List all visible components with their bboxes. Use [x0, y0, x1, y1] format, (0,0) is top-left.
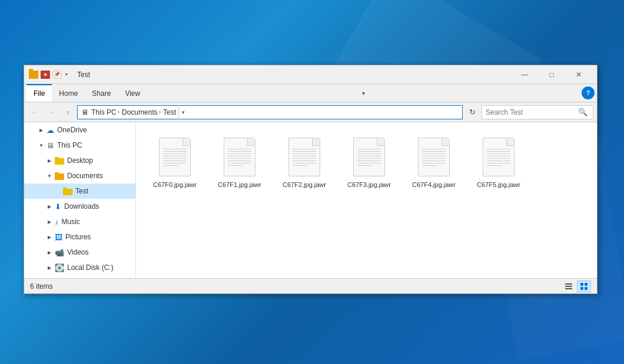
sidebar-item-videos[interactable]: ▶ 📹 Videos: [24, 245, 135, 260]
up-button[interactable]: ↑: [61, 105, 75, 119]
file-lines: [422, 149, 446, 168]
file-line: [487, 165, 502, 166]
file-page: [483, 138, 515, 176]
search-box: 🔍: [482, 105, 593, 119]
file-line: [228, 153, 251, 154]
sidebar-item-pictures[interactable]: ▶ 🖼 Pictures: [24, 229, 135, 245]
file-line: [422, 149, 446, 149]
file-line: [293, 149, 316, 149]
svg-rect-5: [580, 287, 583, 290]
file-icon: [222, 136, 257, 178]
file-line: [357, 165, 373, 166]
file-item-1[interactable]: C67F1.jpg.jawr: [210, 132, 269, 193]
expand-onedrive-icon: ▶: [37, 126, 45, 134]
expand-documents-icon: ▼: [45, 172, 54, 180]
file-line: [228, 161, 251, 161]
expand-downloads-icon: ▶: [45, 202, 54, 211]
expand-disk-icon: ▶: [45, 263, 54, 272]
file-line: [422, 161, 446, 161]
sidebar-item-onedrive[interactable]: ▶ ☁ OneDrive: [24, 122, 135, 138]
quick-access-icon: ◈: [41, 71, 50, 79]
file-item-0[interactable]: C67F0.jpg.jawr: [145, 132, 204, 193]
sidebar-item-downloads[interactable]: ▶ ⬇ Downloads: [24, 199, 135, 214]
file-lines: [228, 149, 251, 168]
address-path[interactable]: 🖥 This PC › Documents › Test ▾: [77, 105, 463, 119]
ribbon-collapse-icon[interactable]: ▾: [362, 90, 365, 96]
maximize-button[interactable]: □: [538, 65, 565, 84]
sidebar-item-documents-label: Documents: [67, 172, 103, 180]
close-button[interactable]: ✕: [565, 65, 592, 84]
file-page: [288, 138, 320, 176]
file-line: [163, 151, 187, 152]
details-view-icon: [565, 282, 573, 290]
details-view-button[interactable]: [562, 280, 576, 292]
path-sep-1: ›: [118, 109, 120, 115]
file-line: [357, 161, 381, 161]
cloud-icon: ☁: [47, 126, 54, 135]
expand-music-icon: ▶: [45, 218, 54, 226]
svg-rect-3: [580, 283, 583, 286]
computer-icon: 🖥: [47, 141, 54, 150]
path-segment-test: Test: [163, 108, 176, 116]
videos-icon: 📹: [55, 248, 64, 257]
sidebar-item-this-pc[interactable]: ▼ 🖥 This PC: [24, 138, 135, 153]
search-icon[interactable]: 🔍: [576, 106, 589, 119]
sidebar-item-local-disk-label: Local Disk (C:): [67, 263, 114, 272]
file-line: [422, 165, 437, 166]
file-lines: [163, 149, 187, 168]
large-icons-view-button[interactable]: [577, 280, 591, 292]
file-lines: [487, 149, 510, 168]
tab-view[interactable]: View: [118, 84, 147, 102]
file-icon: [416, 136, 452, 178]
title-dropdown-arrow[interactable]: ▾: [65, 72, 68, 77]
folder-icon: [29, 71, 38, 79]
file-line: [163, 161, 187, 161]
help-button[interactable]: ?: [582, 86, 595, 99]
tab-share[interactable]: Share: [85, 84, 118, 102]
file-line: [228, 158, 251, 159]
search-input[interactable]: [486, 108, 576, 116]
svg-rect-4: [585, 283, 588, 286]
file-name: C67F1.jpg.jawr: [218, 181, 261, 189]
file-line: [357, 149, 381, 149]
file-item-2[interactable]: C67F2.jpg.jawr: [275, 132, 334, 193]
sidebar-item-this-pc-label: This PC: [57, 141, 82, 149]
music-icon: ♪: [55, 218, 59, 226]
forward-button[interactable]: →: [44, 105, 58, 119]
minimize-button[interactable]: —: [511, 65, 538, 84]
refresh-button[interactable]: ↻: [465, 105, 479, 119]
back-button[interactable]: ←: [28, 105, 42, 119]
tab-file[interactable]: File: [26, 84, 52, 102]
path-segment-documents: Documents ›: [122, 108, 161, 116]
file-line: [357, 151, 381, 152]
file-icon: [351, 136, 387, 178]
file-name: C67F5.jpg.jawr: [477, 181, 520, 189]
file-line: [422, 156, 446, 156]
file-name: C67F3.jpg.jawr: [347, 181, 391, 189]
file-item-4[interactable]: C67F4.jpg.jawr: [404, 132, 463, 193]
file-line: [293, 161, 316, 161]
sidebar-item-documents[interactable]: ▼ Documents: [24, 168, 135, 183]
sidebar-item-desktop[interactable]: ▶ Desktop: [24, 153, 135, 168]
sidebar-item-desktop-label: Desktop: [67, 156, 93, 165]
file-icon: [481, 136, 516, 178]
file-lines: [357, 149, 381, 168]
ribbon-tabs: File Home Share View ▾ ?: [24, 84, 597, 102]
sidebar-item-test[interactable]: Test: [24, 183, 135, 199]
file-name: C67F4.jpg.jawr: [412, 181, 456, 189]
path-segment-pc: 🖥 This PC ›: [81, 108, 120, 116]
file-line: [163, 163, 187, 163]
sidebar-item-music[interactable]: ▶ ♪ Music: [24, 214, 135, 229]
address-dropdown-arrow[interactable]: ▾: [178, 105, 188, 119]
file-line: [422, 158, 446, 159]
file-line: [487, 163, 510, 163]
file-line: [163, 165, 178, 166]
file-item-5[interactable]: C67F5.jpg.jawr: [469, 132, 528, 193]
file-line: [357, 156, 381, 156]
tab-home[interactable]: Home: [52, 84, 85, 102]
sidebar-item-onedrive-label: OneDrive: [57, 126, 87, 134]
status-count: 6 items: [30, 282, 562, 290]
sidebar-item-videos-label: Videos: [67, 248, 88, 256]
file-item-3[interactable]: C67F3.jpg.jawr: [340, 132, 399, 193]
sidebar-item-local-disk[interactable]: ▶ 💽 Local Disk (C:): [24, 260, 135, 275]
